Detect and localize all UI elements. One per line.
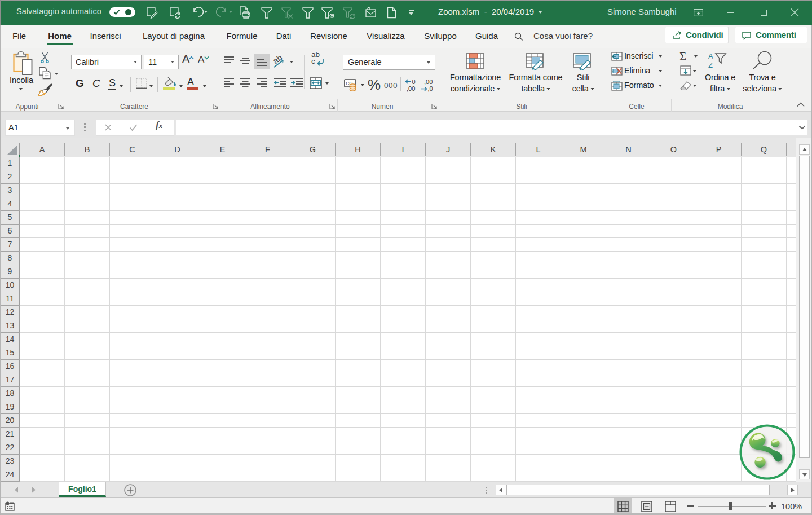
svg-text:Z: Z [708, 61, 713, 69]
svg-text:,00: ,00 [407, 85, 415, 92]
svg-text:,0: ,0 [428, 85, 433, 92]
svg-text:,00: ,00 [424, 79, 433, 85]
svg-text:A: A [708, 52, 713, 60]
svg-text:0: 0 [412, 79, 416, 85]
